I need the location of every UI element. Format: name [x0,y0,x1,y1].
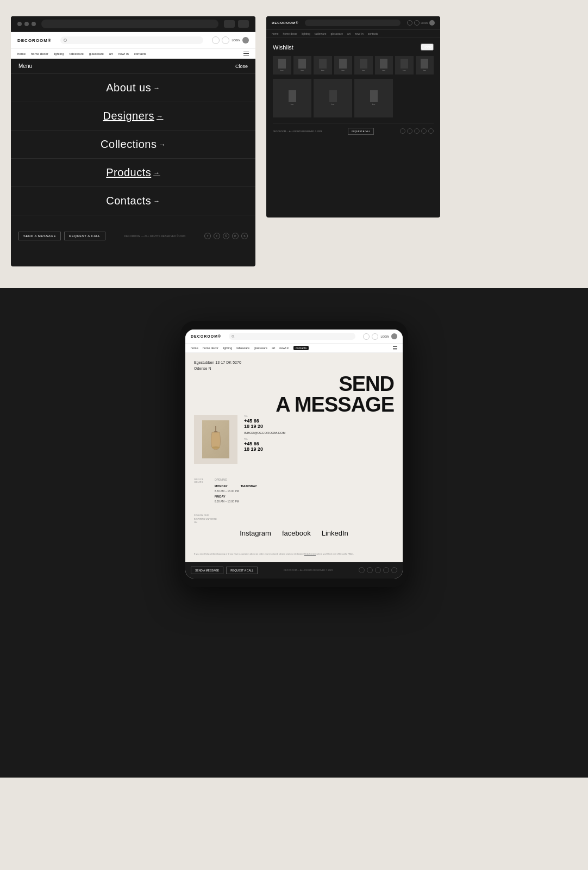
wishlist-item[interactable]: item [375,56,393,74]
menu-arrow-products: → [153,169,160,177]
tablet-pinterest-icon[interactable] [383,567,389,573]
wishlist-item[interactable]: item [354,56,373,74]
menu-link-contacts[interactable]: Contacts → [106,195,160,207]
wishlist-item[interactable]: item [314,79,352,117]
contact-address: Egestubben 13-17 DK-5270 Odense N [194,359,394,371]
tablet-request-call-btn[interactable]: REQUEST A CALL [226,567,258,574]
wl-instagram-icon[interactable] [414,128,420,134]
wishlist-close-button[interactable]: Close [421,44,434,51]
wishlist-cart-icon[interactable] [414,20,420,26]
menu-link-collections[interactable]: Collections → [101,138,166,151]
tablet-nav-contacts[interactable]: contacts [293,346,309,350]
tablet-nav-home[interactable]: home [191,346,198,350]
tablet-nav-homedecor[interactable]: home decor [203,346,218,350]
wishlist-nav-contacts[interactable]: contacts [368,32,378,35]
instagram-icon[interactable]: © [223,233,229,239]
tablet-cart-icon[interactable] [372,333,378,340]
subnav-lighting[interactable]: lighting [54,52,64,55]
wl-share-icon[interactable] [428,128,434,134]
hamburger-line [243,52,249,52]
hamburger-icon[interactable] [243,52,249,55]
wishlist-nav-newin[interactable]: new! in [355,32,364,35]
menu-item-products[interactable]: Products → [11,159,255,187]
subnav-homedecor[interactable]: home decor [31,52,48,55]
tablet-share-icon[interactable] [391,567,397,573]
menu-item-designers[interactable]: Designers → [11,102,255,130]
wishlist-nav-lighting[interactable]: lighting [302,32,310,35]
instagram-link[interactable]: Instagram [240,529,271,537]
wl-twitter-icon[interactable] [400,128,405,134]
menu-item-contacts[interactable]: Contacts → [11,187,255,215]
tablet-send-message-btn[interactable]: SEND A MESSAGE [191,567,223,574]
wishlist-request-call[interactable]: REQUEST A CALL [348,128,374,135]
tablet-hamburger-icon[interactable] [393,346,397,350]
wishlist-item[interactable]: item [314,56,332,74]
tablet-instagram-icon[interactable] [375,567,381,573]
menu-arrow-designers: → [157,113,164,120]
browser-action-2 [238,20,249,28]
tablet-twitter-icon[interactable] [359,567,365,573]
wishlist-nav-homedecor[interactable]: home decor [283,32,297,35]
linkedin-link[interactable]: LinkedIn [322,529,348,537]
subnav-tableware[interactable]: tableware [70,52,84,55]
wishlist-avatar[interactable] [429,20,435,26]
wishlist-heart-icon[interactable] [407,20,412,26]
subnav-home[interactable]: home [17,52,26,55]
hamburger-line [243,55,249,55]
tablet-nav-lighting[interactable]: lighting [223,346,232,350]
tablet-facebook-icon[interactable] [367,567,373,573]
menu-item-collections[interactable]: Collections → [11,130,255,159]
pinterest-icon[interactable]: P [232,233,239,239]
send-message-button[interactable]: SEND A MESSAGE [18,232,61,240]
menu-item-about-label: About us [106,82,151,94]
deco-nav-icons: LOGIN [212,36,249,44]
subnav-art[interactable]: art [109,52,113,55]
wl-facebook-icon[interactable] [407,128,412,134]
subnav-glassware[interactable]: glassware [89,52,104,55]
tablet-nav-glassware[interactable]: glassware [254,346,267,350]
menu-link-designers[interactable]: Designers → [103,110,163,122]
menu-arrow-contacts: → [153,197,160,205]
menu-item-about[interactable]: About us → [11,74,255,102]
twitter-icon[interactable]: T [204,233,211,239]
wishlist-item[interactable]: item [416,56,434,74]
menu-item-collections-label: Collections [101,138,157,151]
help-center-link[interactable]: Help Center [304,552,316,555]
heart-icon[interactable] [212,36,220,44]
svg-line-1 [234,337,234,338]
menu-link-products[interactable]: Products → [106,166,160,179]
browser-dot-red [17,22,22,26]
wishlist-nav-home[interactable]: home [272,32,279,35]
wishlist-item[interactable]: item [395,56,414,74]
subnav-newin[interactable]: new! in [118,52,129,55]
avatar-icon[interactable] [242,37,249,44]
wishlist-item[interactable]: item [334,56,353,74]
share-icon[interactable]: S [241,233,248,239]
wishlist-nav-glassware[interactable]: glassware [330,32,343,35]
office-label-group: OFFICE HOURS [194,478,204,503]
tablet-nav-newin[interactable]: new! in [279,346,289,350]
subnav-contacts[interactable]: contacts [134,52,146,55]
wishlist-item[interactable]: item [354,79,393,117]
deco-search-bar[interactable] [60,36,204,44]
facebook-link[interactable]: facebook [282,529,311,537]
menu-link-about[interactable]: About us → [106,82,160,94]
request-call-button[interactable]: REQUEST A CALL [64,232,105,240]
wishlist-search-bar[interactable] [305,20,400,26]
tablet-search-bar[interactable] [229,333,355,340]
tablet-nav-icons: LOGIN [363,333,397,340]
contact-email[interactable]: INBOX@DECOROOM.COM [244,431,394,434]
wishlist-nav-art[interactable]: art [347,32,351,35]
wishlist-item[interactable]: item [273,79,311,117]
wishlist-item[interactable]: item [293,56,312,74]
wishlist-item[interactable]: item [273,56,291,74]
tablet-nav-tableware[interactable]: tableware [236,346,249,350]
facebook-icon[interactable]: f [214,233,220,239]
cart-icon[interactable] [222,36,229,44]
tablet-heart-icon[interactable] [363,333,370,340]
wishlist-nav-tableware[interactable]: tableware [315,32,327,35]
tablet-avatar[interactable] [391,333,397,339]
wl-pinterest-icon[interactable] [421,128,427,134]
tablet-nav-art[interactable]: art [272,346,275,350]
menu-close-button[interactable]: Close [235,64,248,69]
